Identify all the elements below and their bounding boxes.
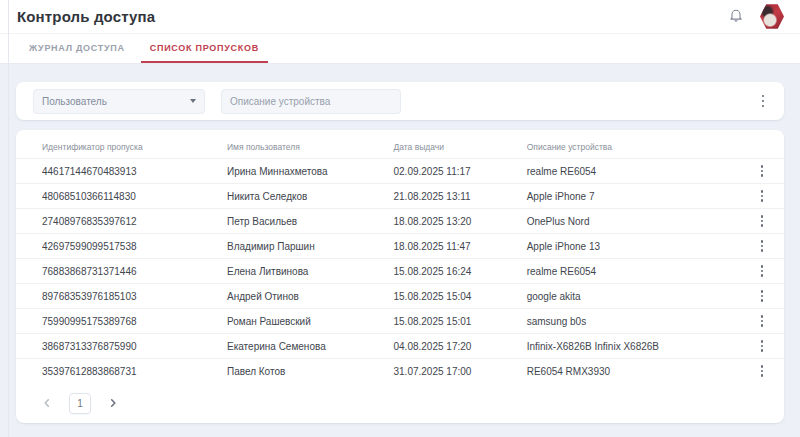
table-row: 42697599099517538 Владимир Паршин 18.08.… <box>16 233 784 258</box>
table-row: 27408976835397612 Петр Васильев 18.08.20… <box>16 208 784 233</box>
pagination-next-button[interactable] <box>106 396 120 410</box>
row-menu-button[interactable] <box>754 162 770 180</box>
page-title: Контроль доступа <box>17 8 155 25</box>
cell-issue-date: 02.09.2025 11:17 <box>382 166 515 177</box>
cell-user-name: Андрей Отинов <box>215 291 382 302</box>
cell-pass-id: 48068510366114830 <box>30 191 215 202</box>
notifications-button[interactable] <box>726 7 746 27</box>
tab-bar: ЖУРНАЛ ДОСТУПА СПИСОК ПРОПУСКОВ <box>0 34 800 64</box>
user-filter-select[interactable]: Пользователь <box>33 89 205 114</box>
cell-user-name: Елена Литвинова <box>215 266 382 277</box>
row-menu-button[interactable] <box>754 262 770 280</box>
cell-user-name: Павел Котов <box>215 366 382 377</box>
table-row: 48068510366114830 Никита Селедков 21.08.… <box>16 183 784 208</box>
cell-pass-id: 35397612883868731 <box>30 366 215 377</box>
cell-user-name: Екатерина Семенова <box>215 341 382 352</box>
cell-issue-date: 04.08.2025 17:20 <box>382 341 515 352</box>
topbar-actions <box>726 4 784 30</box>
row-menu-button[interactable] <box>754 337 770 355</box>
cell-issue-date: 15.08.2025 15:01 <box>382 316 515 327</box>
column-header-device: Описание устройства <box>515 142 722 152</box>
cell-issue-date: 15.08.2025 15:04 <box>382 291 515 302</box>
row-menu-button[interactable] <box>754 362 770 380</box>
cell-device: samsung b0s <box>515 316 722 327</box>
table-row: 38687313376875990 Екатерина Семенова 04.… <box>16 333 784 358</box>
cell-issue-date: 31.07.2025 17:00 <box>382 366 515 377</box>
row-menu-button[interactable] <box>754 212 770 230</box>
column-header-issue-date: Дата выдачи <box>382 142 515 152</box>
cell-user-name: Ирина Миннахметова <box>215 166 382 177</box>
cell-pass-id: 42697599099517538 <box>30 241 215 252</box>
cell-issue-date: 21.08.2025 13:11 <box>382 191 515 202</box>
cell-pass-id: 75990995175389768 <box>30 316 215 327</box>
column-header-user-name: Имя пользователя <box>215 142 382 152</box>
cell-device: google akita <box>515 291 722 302</box>
cell-device: Apple iPhone 13 <box>515 241 722 252</box>
kebab-vertical-icon <box>762 95 765 108</box>
table-row: 89768353976185103 Андрей Отинов 15.08.20… <box>16 283 784 308</box>
bell-icon <box>728 7 744 27</box>
filter-bar: Пользователь <box>16 82 784 120</box>
tab-pass-list[interactable]: СПИСОК ПРОПУСКОВ <box>141 34 268 63</box>
cell-device: OnePlus Nord <box>515 216 722 227</box>
column-header-pass-id: Идентификатор пропуска <box>30 142 215 152</box>
cell-user-name: Роман Рашевский <box>215 316 382 327</box>
cell-device: realme RE6054 <box>515 166 722 177</box>
table-row: 35397612883868731 Павел Котов 31.07.2025… <box>16 358 784 383</box>
chevron-down-icon <box>190 99 196 103</box>
sidebar-edge-divider <box>8 0 9 437</box>
cell-device: Apple iPhone 7 <box>515 191 722 202</box>
pagination-prev-button[interactable] <box>40 396 54 410</box>
cell-pass-id: 44617144670483913 <box>30 166 215 177</box>
user-filter-label: Пользователь <box>42 96 107 107</box>
cell-pass-id: 27408976835397612 <box>30 216 215 227</box>
filter-menu-button[interactable] <box>754 90 772 112</box>
cell-user-name: Петр Васильев <box>215 216 382 227</box>
cell-issue-date: 15.08.2025 16:24 <box>382 266 515 277</box>
table-row: 44617144670483913 Ирина Миннахметова 02.… <box>16 158 784 183</box>
cell-device: Infinix-X6826B Infinix X6826B <box>515 341 722 352</box>
cell-user-name: Никита Селедков <box>215 191 382 202</box>
pagination: 1 <box>16 383 784 423</box>
cell-pass-id: 76883868731371446 <box>30 266 215 277</box>
table-row: 76883868731371446 Елена Литвинова 15.08.… <box>16 258 784 283</box>
pass-table-card: Идентификатор пропуска Имя пользователя … <box>16 130 784 423</box>
cell-issue-date: 18.08.2025 11:47 <box>382 241 515 252</box>
row-menu-button[interactable] <box>754 287 770 305</box>
cell-user-name: Владимир Паршин <box>215 241 382 252</box>
pagination-page-1[interactable]: 1 <box>69 393 91 414</box>
tab-access-log[interactable]: ЖУРНАЛ ДОСТУПА <box>20 34 134 63</box>
chevron-left-icon <box>42 394 52 412</box>
table-row: 75990995175389768 Роман Рашевский 15.08.… <box>16 308 784 333</box>
cell-pass-id: 89768353976185103 <box>30 291 215 302</box>
cell-device: RE6054 RMX3930 <box>515 366 722 377</box>
top-bar: Контроль доступа <box>0 0 800 34</box>
chevron-right-icon <box>108 394 118 412</box>
cell-pass-id: 38687313376875990 <box>30 341 215 352</box>
cell-issue-date: 18.08.2025 13:20 <box>382 216 515 227</box>
row-menu-button[interactable] <box>754 312 770 330</box>
user-avatar[interactable] <box>760 4 784 30</box>
device-description-input[interactable] <box>221 89 401 114</box>
cell-device: realme RE6054 <box>515 266 722 277</box>
row-menu-button[interactable] <box>754 187 770 205</box>
main-content: Пользователь Идентификатор пропуска Имя … <box>0 64 800 423</box>
table-header-row: Идентификатор пропуска Имя пользователя … <box>16 135 784 158</box>
row-menu-button[interactable] <box>754 237 770 255</box>
